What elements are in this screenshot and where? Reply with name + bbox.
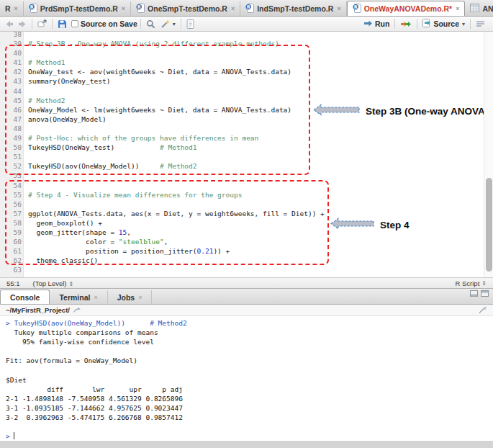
editor-tab-indsmpt-testdemo-r[interactable]: RIndSmpT-testDemo.R× bbox=[240, 1, 346, 16]
file-type-selector[interactable]: R Script⇕ bbox=[456, 279, 487, 287]
console-output[interactable]: > TukeyHSD(aov(OneWay_Model)) # Method2 … bbox=[0, 316, 493, 441]
editor-tab-bar: R×RPrdSmpT-testDemo.R×ROneSmpT-testDemo.… bbox=[0, 0, 493, 17]
goto-directory-icon[interactable] bbox=[73, 306, 81, 315]
tab-close-icon[interactable]: × bbox=[14, 5, 18, 12]
tab-label: IndSmpT-testDemo.R bbox=[257, 4, 333, 13]
source-on-save-checkbox[interactable] bbox=[69, 20, 81, 27]
console-output-line: 3-1 -1.0935185 -7.144662 4.957625 0.9023… bbox=[6, 403, 493, 413]
source-dropdown-caret[interactable]: ▾ bbox=[462, 21, 465, 27]
console-output-line: 2-1 -1.4898148 -7.540958 4.561329 0.8265… bbox=[6, 394, 493, 403]
editor-tab-onewayanovademo-r-[interactable]: ROneWayANOVADemo.R*× bbox=[347, 1, 466, 16]
console-command: > TukeyHSD(aov(OneWay_Model)) # Method2 bbox=[6, 318, 493, 328]
search-button[interactable] bbox=[144, 19, 158, 29]
svg-text:R: R bbox=[30, 4, 34, 10]
console-tab-bar: ConsoleTerminal×Jobs× bbox=[0, 289, 493, 305]
tab-close-icon[interactable]: × bbox=[231, 5, 235, 12]
working-directory-row: ~/MyFirstR_Project/ bbox=[0, 305, 493, 316]
annotation-box-step3b bbox=[5, 45, 310, 175]
code-editor[interactable]: 3839# Step 3B - One-way ANOVA (using 2 d… bbox=[0, 32, 493, 277]
tab-label: R bbox=[5, 4, 11, 13]
toolbar-separator bbox=[52, 19, 53, 29]
r-file-icon: R bbox=[136, 4, 145, 14]
scrollbar-thumb[interactable] bbox=[486, 178, 492, 272]
console-output-line: Tukey multiple comparisons of means bbox=[6, 328, 493, 337]
console-output-line: Fit: aov(formula = OneWay_Model) bbox=[6, 356, 493, 365]
console-output-line: 3-2 0.3962963 -5.474175 6.266768 0.98574… bbox=[6, 413, 493, 422]
run-icon bbox=[363, 19, 373, 29]
tab-label: OneWayANOVADemo.R* bbox=[364, 4, 453, 13]
code-line-38[interactable]: 38 bbox=[0, 32, 483, 39]
console-tabs: ConsoleTerminal×Jobs× bbox=[0, 289, 152, 304]
source-file-icon bbox=[422, 19, 431, 29]
code-text bbox=[22, 32, 28, 39]
text-cursor bbox=[14, 432, 14, 439]
compile-report-button[interactable] bbox=[184, 19, 196, 29]
toolbar-separator bbox=[181, 19, 181, 29]
terminal-tab[interactable]: Terminal× bbox=[50, 290, 107, 304]
editor-status-bar: 55:1 (Top Level)⇕ R Script⇕ bbox=[0, 277, 493, 289]
source-label: Source bbox=[433, 19, 459, 28]
r-file-icon: R bbox=[245, 4, 254, 14]
checkbox-icon[interactable] bbox=[71, 20, 78, 27]
tab-close-icon[interactable]: × bbox=[122, 5, 125, 12]
data-grid-icon bbox=[470, 4, 479, 14]
toolbar-separator bbox=[417, 19, 417, 29]
source-on-save-label: Source on Save bbox=[81, 19, 137, 28]
document-outline-button[interactable] bbox=[474, 20, 487, 27]
console-output-line bbox=[6, 422, 493, 431]
r-file-icon: R bbox=[29, 4, 37, 14]
editor-tab-anova-tests[interactable]: ANOVA_Tests bbox=[465, 1, 493, 16]
editor-tabs: R×RPrdSmpT-testDemo.R×ROneSmpT-testDemo.… bbox=[0, 0, 493, 16]
cursor-position: 55:1 bbox=[6, 279, 20, 287]
pane-window-controls bbox=[470, 287, 493, 304]
popout-window-button[interactable] bbox=[35, 19, 49, 28]
svg-text:R: R bbox=[247, 4, 250, 10]
editor-tab-prdsmpt-testdemo-r[interactable]: RPrdSmpT-testDemo.R× bbox=[24, 1, 131, 16]
console-prompt[interactable]: > bbox=[6, 431, 493, 441]
tab-label: PrdSmpT-testDemo.R bbox=[40, 4, 118, 13]
console-output-line: $Diet bbox=[6, 375, 493, 385]
clear-console-button[interactable] bbox=[478, 305, 487, 315]
toolbar-separator bbox=[470, 19, 471, 29]
forward-button[interactable] bbox=[16, 20, 29, 28]
magic-wand-button[interactable]: ▾ bbox=[158, 19, 178, 29]
tab-close-icon[interactable]: × bbox=[138, 294, 142, 301]
toolbar-separator bbox=[394, 19, 395, 29]
tab-label: ANOVA_Tests bbox=[482, 4, 493, 13]
wand-dropdown-caret[interactable]: ▾ bbox=[173, 21, 176, 27]
console-output-line: diff lwr upr p adj bbox=[6, 385, 493, 394]
annotation-label: Step 3B (One-way ANOVA) bbox=[366, 106, 488, 117]
tab-close-icon[interactable]: × bbox=[94, 294, 97, 301]
code-line-63[interactable]: 63 bbox=[0, 265, 483, 274]
r-file-icon: R bbox=[353, 4, 361, 14]
toolbar-separator bbox=[140, 19, 141, 29]
updown-arrows-icon: ⇕ bbox=[69, 281, 74, 287]
console-output-line: 95% family-wise confidence level bbox=[6, 337, 493, 346]
editor-tab-r[interactable]: R× bbox=[0, 1, 24, 16]
annotation-box-step4 bbox=[5, 180, 329, 265]
editor-tab-onesmpt-testdemo-r[interactable]: ROneSmpT-testDemo.R× bbox=[131, 1, 240, 16]
working-directory: ~/MyFirstR_Project/ bbox=[6, 306, 70, 314]
rerun-button[interactable] bbox=[398, 20, 414, 28]
scope-indicator[interactable]: (Top Level)⇕ bbox=[33, 279, 74, 287]
annotation-step3b: Step 3B (One-way ANOVA) bbox=[313, 104, 488, 119]
line-number: 38 bbox=[0, 32, 22, 39]
tab-close-icon[interactable]: × bbox=[337, 5, 340, 12]
run-label: Run bbox=[375, 19, 389, 28]
console-tab-label: Console bbox=[10, 293, 40, 302]
run-button[interactable]: Run bbox=[361, 19, 392, 29]
console-tab[interactable]: Console bbox=[0, 290, 50, 304]
console-output-line bbox=[6, 365, 493, 375]
minimize-pane-icon[interactable] bbox=[470, 287, 478, 300]
source-button[interactable]: Source ▾ bbox=[420, 19, 467, 29]
back-button[interactable] bbox=[3, 20, 16, 28]
save-button[interactable] bbox=[55, 19, 69, 29]
tab-close-icon[interactable]: × bbox=[456, 5, 459, 12]
editor-scrollbar[interactable] bbox=[484, 32, 493, 277]
maximize-pane-icon[interactable] bbox=[481, 287, 489, 300]
console-tab-label: Terminal bbox=[59, 293, 90, 302]
updown-arrows-icon: ⇕ bbox=[481, 280, 487, 287]
jobs-tab[interactable]: Jobs× bbox=[108, 290, 153, 304]
annotation-step4: Step 4 bbox=[330, 218, 410, 233]
toolbar-separator bbox=[32, 19, 32, 29]
